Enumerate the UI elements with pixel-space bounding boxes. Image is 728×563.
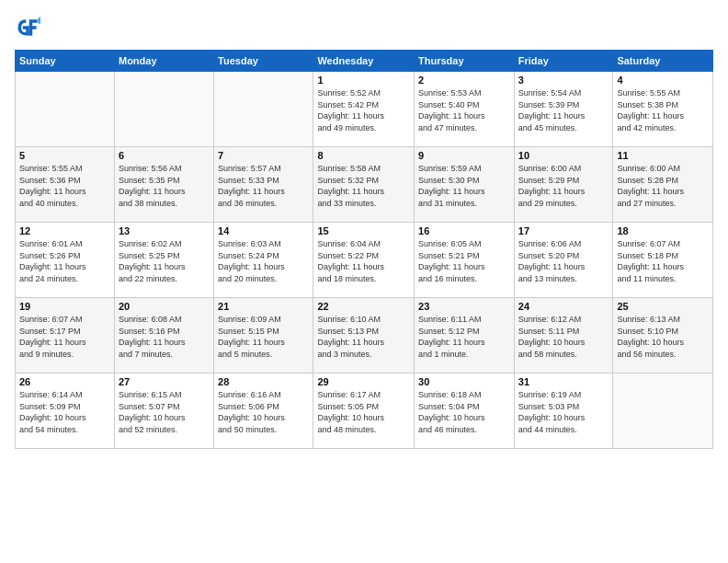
weekday-header-friday: Friday	[514, 51, 613, 72]
day-number: 31	[518, 376, 609, 387]
day-info: Sunrise: 5:52 AM Sunset: 5:42 PM Dayligh…	[317, 87, 410, 133]
day-info: Sunrise: 5:54 AM Sunset: 5:39 PM Dayligh…	[518, 87, 609, 133]
day-number: 23	[418, 301, 510, 312]
weekday-header-sunday: Sunday	[16, 51, 115, 72]
calendar-day-2: 2Sunrise: 5:53 AM Sunset: 5:40 PM Daylig…	[415, 72, 515, 147]
day-info: Sunrise: 6:05 AM Sunset: 5:21 PM Dayligh…	[418, 238, 510, 284]
day-number: 21	[218, 301, 309, 312]
day-number: 24	[518, 301, 609, 312]
calendar-day-7: 7Sunrise: 5:57 AM Sunset: 5:33 PM Daylig…	[214, 147, 313, 223]
day-info: Sunrise: 6:06 AM Sunset: 5:20 PM Dayligh…	[518, 238, 609, 284]
weekday-header-thursday: Thursday	[415, 51, 515, 72]
day-number: 7	[218, 150, 309, 161]
day-info: Sunrise: 5:59 AM Sunset: 5:30 PM Dayligh…	[418, 163, 510, 209]
calendar-day-30: 30Sunrise: 6:18 AM Sunset: 5:04 PM Dayli…	[415, 373, 515, 449]
calendar-day-23: 23Sunrise: 6:11 AM Sunset: 5:12 PM Dayli…	[415, 298, 515, 373]
day-number: 15	[317, 225, 410, 236]
calendar-day-1: 1Sunrise: 5:52 AM Sunset: 5:42 PM Daylig…	[313, 72, 415, 147]
weekday-header-monday: Monday	[114, 51, 213, 72]
day-info: Sunrise: 6:18 AM Sunset: 5:04 PM Dayligh…	[418, 389, 510, 435]
day-number: 19	[19, 301, 110, 312]
day-info: Sunrise: 6:12 AM Sunset: 5:11 PM Dayligh…	[518, 314, 609, 360]
day-info: Sunrise: 5:53 AM Sunset: 5:40 PM Dayligh…	[418, 87, 510, 133]
calendar-day-17: 17Sunrise: 6:06 AM Sunset: 5:20 PM Dayli…	[514, 223, 613, 298]
calendar-header-row: SundayMondayTuesdayWednesdayThursdayFrid…	[16, 51, 713, 72]
calendar-day-empty	[114, 72, 213, 147]
day-info: Sunrise: 5:56 AM Sunset: 5:35 PM Dayligh…	[119, 163, 210, 209]
day-info: Sunrise: 6:08 AM Sunset: 5:16 PM Dayligh…	[119, 314, 210, 360]
day-info: Sunrise: 6:16 AM Sunset: 5:06 PM Dayligh…	[218, 389, 309, 435]
day-number: 29	[317, 376, 410, 387]
day-number: 13	[119, 225, 210, 236]
logo	[15, 15, 44, 40]
day-info: Sunrise: 6:00 AM Sunset: 5:29 PM Dayligh…	[518, 163, 609, 209]
calendar-day-27: 27Sunrise: 6:15 AM Sunset: 5:07 PM Dayli…	[114, 373, 213, 449]
day-info: Sunrise: 6:13 AM Sunset: 5:10 PM Dayligh…	[617, 314, 709, 360]
day-number: 6	[119, 150, 210, 161]
calendar-week-row: 1Sunrise: 5:52 AM Sunset: 5:42 PM Daylig…	[16, 72, 713, 147]
day-number: 1	[317, 75, 410, 86]
day-number: 28	[218, 376, 309, 387]
calendar-day-empty	[16, 72, 115, 147]
calendar-day-29: 29Sunrise: 6:17 AM Sunset: 5:05 PM Dayli…	[313, 373, 415, 449]
weekday-header-wednesday: Wednesday	[313, 51, 415, 72]
calendar-day-3: 3Sunrise: 5:54 AM Sunset: 5:39 PM Daylig…	[514, 72, 613, 147]
day-info: Sunrise: 6:07 AM Sunset: 5:18 PM Dayligh…	[617, 238, 709, 284]
day-number: 12	[19, 225, 110, 236]
calendar-day-26: 26Sunrise: 6:14 AM Sunset: 5:09 PM Dayli…	[16, 373, 115, 449]
calendar-day-22: 22Sunrise: 6:10 AM Sunset: 5:13 PM Dayli…	[313, 298, 415, 373]
calendar-day-4: 4Sunrise: 5:55 AM Sunset: 5:38 PM Daylig…	[613, 72, 713, 147]
calendar-day-8: 8Sunrise: 5:58 AM Sunset: 5:32 PM Daylig…	[313, 147, 415, 223]
day-number: 30	[418, 376, 510, 387]
calendar-week-row: 5Sunrise: 5:55 AM Sunset: 5:36 PM Daylig…	[16, 147, 713, 223]
calendar-day-11: 11Sunrise: 6:00 AM Sunset: 5:28 PM Dayli…	[613, 147, 713, 223]
calendar-day-20: 20Sunrise: 6:08 AM Sunset: 5:16 PM Dayli…	[114, 298, 213, 373]
day-info: Sunrise: 6:09 AM Sunset: 5:15 PM Dayligh…	[218, 314, 309, 360]
weekday-header-saturday: Saturday	[613, 51, 713, 72]
day-info: Sunrise: 6:00 AM Sunset: 5:28 PM Dayligh…	[617, 163, 709, 209]
calendar-day-empty	[613, 373, 713, 449]
weekday-header-tuesday: Tuesday	[214, 51, 313, 72]
calendar-day-14: 14Sunrise: 6:03 AM Sunset: 5:24 PM Dayli…	[214, 223, 313, 298]
day-info: Sunrise: 6:15 AM Sunset: 5:07 PM Dayligh…	[119, 389, 210, 435]
day-info: Sunrise: 6:01 AM Sunset: 5:26 PM Dayligh…	[19, 238, 110, 284]
calendar: SundayMondayTuesdayWednesdayThursdayFrid…	[15, 50, 713, 449]
day-number: 4	[617, 75, 709, 86]
day-number: 10	[518, 150, 609, 161]
calendar-day-21: 21Sunrise: 6:09 AM Sunset: 5:15 PM Dayli…	[214, 298, 313, 373]
day-number: 3	[518, 75, 609, 86]
calendar-day-19: 19Sunrise: 6:07 AM Sunset: 5:17 PM Dayli…	[16, 298, 115, 373]
calendar-week-row: 12Sunrise: 6:01 AM Sunset: 5:26 PM Dayli…	[16, 223, 713, 298]
day-number: 11	[617, 150, 709, 161]
day-number: 26	[19, 376, 110, 387]
calendar-day-5: 5Sunrise: 5:55 AM Sunset: 5:36 PM Daylig…	[16, 147, 115, 223]
header	[15, 15, 713, 40]
day-info: Sunrise: 6:07 AM Sunset: 5:17 PM Dayligh…	[19, 314, 110, 360]
day-info: Sunrise: 6:03 AM Sunset: 5:24 PM Dayligh…	[218, 238, 309, 284]
calendar-week-row: 19Sunrise: 6:07 AM Sunset: 5:17 PM Dayli…	[16, 298, 713, 373]
calendar-day-25: 25Sunrise: 6:13 AM Sunset: 5:10 PM Dayli…	[613, 298, 713, 373]
calendar-day-10: 10Sunrise: 6:00 AM Sunset: 5:29 PM Dayli…	[514, 147, 613, 223]
day-info: Sunrise: 6:17 AM Sunset: 5:05 PM Dayligh…	[317, 389, 410, 435]
calendar-day-empty	[214, 72, 313, 147]
calendar-week-row: 26Sunrise: 6:14 AM Sunset: 5:09 PM Dayli…	[16, 373, 713, 449]
day-info: Sunrise: 5:57 AM Sunset: 5:33 PM Dayligh…	[218, 163, 309, 209]
calendar-day-13: 13Sunrise: 6:02 AM Sunset: 5:25 PM Dayli…	[114, 223, 213, 298]
day-info: Sunrise: 6:04 AM Sunset: 5:22 PM Dayligh…	[317, 238, 410, 284]
day-info: Sunrise: 5:55 AM Sunset: 5:38 PM Dayligh…	[617, 87, 709, 133]
day-number: 20	[119, 301, 210, 312]
day-number: 27	[119, 376, 210, 387]
day-info: Sunrise: 5:58 AM Sunset: 5:32 PM Dayligh…	[317, 163, 410, 209]
day-info: Sunrise: 5:55 AM Sunset: 5:36 PM Dayligh…	[19, 163, 110, 209]
day-number: 14	[218, 225, 309, 236]
day-number: 25	[617, 301, 709, 312]
calendar-day-6: 6Sunrise: 5:56 AM Sunset: 5:35 PM Daylig…	[114, 147, 213, 223]
day-number: 9	[418, 150, 510, 161]
day-info: Sunrise: 6:14 AM Sunset: 5:09 PM Dayligh…	[19, 389, 110, 435]
day-number: 22	[317, 301, 410, 312]
calendar-day-9: 9Sunrise: 5:59 AM Sunset: 5:30 PM Daylig…	[415, 147, 515, 223]
calendar-day-16: 16Sunrise: 6:05 AM Sunset: 5:21 PM Dayli…	[415, 223, 515, 298]
day-info: Sunrise: 6:10 AM Sunset: 5:13 PM Dayligh…	[317, 314, 410, 360]
calendar-day-15: 15Sunrise: 6:04 AM Sunset: 5:22 PM Dayli…	[313, 223, 415, 298]
day-number: 17	[518, 225, 609, 236]
